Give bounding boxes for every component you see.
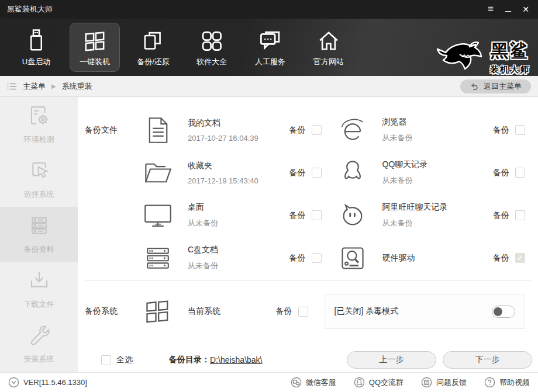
- backup-item-hardware-drivers: 硬件驱动 备份: [338, 245, 533, 272]
- backup-dir-link[interactable]: D:\heisha\bak\: [210, 355, 263, 365]
- section-label-system: 备份系统: [85, 306, 143, 317]
- select-all-label: 全选: [116, 355, 133, 365]
- home-icon: [318, 27, 340, 52]
- sidebar-item-label: 备份资料: [24, 244, 54, 255]
- menu-list-icon: [7, 82, 17, 91]
- sidebar-item-backup-data[interactable]: 备份资料: [0, 207, 78, 262]
- backup-item-browser: 浏览器 从未备份 备份: [338, 117, 533, 144]
- backup-row: 备份文件 我的文档 2017-10-27 16:04:39: [85, 109, 532, 151]
- backup-label: 备份: [289, 253, 306, 263]
- nav-label: U盘启动: [22, 57, 50, 67]
- sidebar-item-select-system[interactable]: 选择系统: [0, 152, 78, 207]
- backup-checkbox[interactable]: [515, 125, 525, 135]
- select-all-checkbox[interactable]: [101, 355, 111, 365]
- brand-logo: 黑鲨 装机大师: [436, 39, 530, 76]
- backup-item-my-documents: 我的文档 2017-10-27 16:04:39 备份: [143, 116, 338, 144]
- menu-icon[interactable]: ≡: [482, 2, 499, 17]
- nav-item-backup-restore[interactable]: 备份/还原: [128, 23, 178, 72]
- nav-item-one-key-install[interactable]: 一键装机: [70, 23, 120, 72]
- antivirus-toggle[interactable]: [492, 306, 515, 318]
- bottom-action-bar: 全选 备份目录： D:\heisha\bak\ 上一步 下一步: [85, 350, 532, 370]
- help-video-link[interactable]: 帮助视频: [484, 377, 530, 388]
- version-text: VER[11.5.46.1330]: [23, 378, 87, 387]
- backup-item-desktop: 桌面 从未备份 备份: [143, 202, 338, 228]
- chat-service-icon: [259, 27, 281, 52]
- monitor-icon: [143, 203, 173, 228]
- nav-item-usb-boot[interactable]: U盘启动: [11, 23, 61, 72]
- windows-icon: [83, 27, 106, 52]
- feedback-icon: [421, 377, 432, 388]
- backup-checkbox[interactable]: [312, 125, 322, 135]
- wechat-support-link[interactable]: 微信客服: [291, 377, 336, 388]
- backup-item-name: 浏览器: [382, 117, 413, 127]
- sidebar-item-label: 安装系统: [24, 354, 54, 365]
- next-step-button[interactable]: 下一步: [443, 351, 532, 369]
- sidebar-item-download-files[interactable]: 下载文件: [0, 262, 78, 317]
- sidebar-item-install-system[interactable]: 安装系统: [0, 317, 78, 372]
- backup-restore-icon: [143, 27, 164, 52]
- backup-item-name: 阿里旺旺聊天记录: [382, 202, 448, 213]
- backup-checkbox[interactable]: [312, 253, 322, 263]
- shark-logo-icon: [436, 39, 484, 76]
- backup-item-name: 我的文档: [188, 118, 258, 129]
- close-icon[interactable]: ✕: [517, 2, 534, 17]
- backup-item-c-drive-docs: C盘文档 从未备份 备份: [143, 245, 338, 271]
- backup-item-status: 从未备份: [188, 261, 218, 271]
- backup-checkbox[interactable]: [312, 168, 322, 178]
- backup-row: 桌面 从未备份 备份: [85, 194, 532, 237]
- antivirus-mode-box: [已关闭] 杀毒模式: [325, 294, 526, 329]
- version-v-icon: [8, 377, 19, 388]
- backup-checkbox[interactable]: [515, 253, 525, 263]
- backup-checkbox[interactable]: [515, 168, 525, 178]
- folder-icon: [143, 160, 173, 186]
- sidebar-item-label: 选择系统: [24, 189, 54, 200]
- backup-label: 备份: [276, 306, 292, 317]
- qq-penguin-icon: [338, 159, 367, 187]
- backup-checkbox[interactable]: [298, 307, 308, 317]
- backup-item-name: C盘文档: [188, 245, 218, 255]
- nav-item-support[interactable]: 人工服务: [245, 23, 295, 72]
- qq-group-link[interactable]: QQ交流群: [354, 377, 403, 388]
- steps-sidebar: 环境检测 选择系统: [0, 97, 78, 372]
- nav-item-website[interactable]: 官方网站: [304, 23, 354, 72]
- backup-item-aliwangwang: 阿里旺旺聊天记录 从未备份 备份: [338, 202, 533, 228]
- backup-label: 备份: [493, 253, 509, 263]
- document-icon: [143, 116, 173, 144]
- minimize-icon[interactable]: ─: [499, 2, 517, 17]
- windows-system-icon: [143, 299, 173, 324]
- titlebar: 黑鲨装机大师 ≡ ─ ✕: [0, 0, 538, 19]
- software-grid-icon: [201, 27, 223, 52]
- nav-label: 一键装机: [80, 57, 110, 67]
- backup-item-status: 从未备份: [382, 218, 448, 228]
- backup-panel: 备份文件 我的文档 2017-10-27 16:04:39: [78, 97, 538, 372]
- footer-link-label: 帮助视频: [499, 377, 530, 388]
- footer-link-label: 微信客服: [306, 377, 336, 388]
- feedback-link[interactable]: 问题反馈: [421, 377, 467, 388]
- sidebar-item-label: 下载文件: [24, 299, 54, 310]
- nav-label: 备份/还原: [137, 57, 170, 67]
- backup-checkbox[interactable]: [312, 210, 322, 220]
- backup-label: 备份: [493, 210, 509, 221]
- backup-item-name: 收藏夹: [188, 161, 258, 171]
- qq-icon: [354, 377, 365, 388]
- backup-checkbox[interactable]: [515, 210, 525, 220]
- breadcrumb-current: 系统重装: [62, 81, 92, 92]
- backup-item-name: 硬件驱动: [382, 253, 415, 263]
- backup-label: 备份: [289, 168, 306, 178]
- main-nav: U盘启动 一键装机: [0, 19, 538, 76]
- footer-link-label: 问题反馈: [436, 377, 467, 388]
- back-arrow-icon: [470, 82, 479, 91]
- breadcrumb-root[interactable]: 主菜单: [23, 81, 46, 92]
- sidebar-item-env-check[interactable]: 环境检测: [0, 97, 78, 152]
- return-main-menu-button[interactable]: 返回主菜单: [460, 79, 531, 93]
- usb-drive-icon: [27, 27, 45, 52]
- antivirus-mode-label: [已关闭] 杀毒模式: [334, 306, 399, 317]
- help-icon: [484, 377, 495, 388]
- nav-label: 人工服务: [255, 57, 285, 67]
- nav-label: 软件大全: [196, 57, 227, 67]
- backup-item-status: 2017-10-27 16:04:39: [188, 134, 258, 143]
- backup-item-name: 当前系统: [188, 306, 220, 317]
- nav-item-software[interactable]: 软件大全: [187, 23, 237, 72]
- backup-item-favorites: 收藏夹 2017-12-19 15:43:40 备份: [143, 160, 338, 186]
- prev-step-button[interactable]: 上一步: [347, 351, 436, 369]
